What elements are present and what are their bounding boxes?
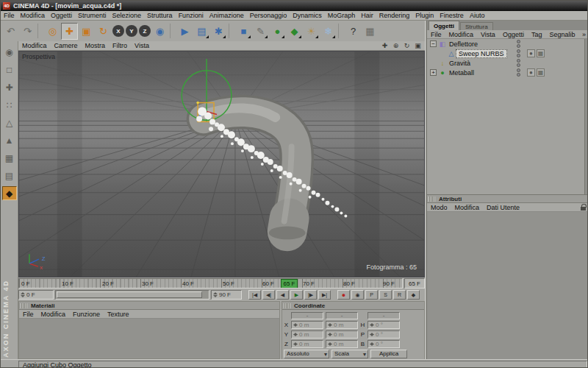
help-icon[interactable]: ? [345, 23, 362, 40]
viewport-menu-camere[interactable]: Camere [51, 42, 82, 49]
attributes-menu-dati-utente[interactable]: Dati Utente [483, 204, 523, 211]
lock-y-axis-icon[interactable]: Y [126, 25, 137, 37]
menu-struttura[interactable]: Struttura [144, 12, 176, 19]
menu-oggetti[interactable]: Oggetti [48, 12, 75, 19]
menu-mograph[interactable]: MoGraph [325, 12, 359, 19]
record-keyframe-button[interactable]: ● [337, 290, 350, 300]
position-x-field[interactable]: 0 m [291, 321, 323, 329]
editor-visibility-dot[interactable] [517, 59, 520, 63]
texture-tag-icon[interactable]: ▦ [537, 68, 545, 77]
viewport-zoom-icon[interactable]: ⊕ [391, 42, 401, 50]
texture-axis-mode-icon[interactable]: ▤ [2, 169, 17, 183]
objects-menu-file[interactable]: File [427, 31, 445, 38]
materials-list-area[interactable] [19, 319, 279, 358]
editor-visibility-dot[interactable] [517, 49, 520, 53]
attributes-menu-modo[interactable]: Modo [427, 204, 451, 211]
objects-menu-oggetti[interactable]: Oggetti [499, 31, 528, 38]
objects-menu-modifica[interactable]: Modifica [445, 31, 478, 38]
add-cube-icon[interactable]: ■ [235, 23, 252, 40]
polygons-mode-icon[interactable]: ▲ [2, 133, 17, 147]
current-frame-marker[interactable]: 65 F [281, 279, 298, 289]
selection-filter-icon[interactable]: ▦ [362, 23, 379, 40]
menu-dynamics[interactable]: Dynamics [290, 12, 325, 19]
objects-menu-segnalib[interactable]: Segnalib [545, 31, 578, 38]
autokey-button[interactable]: ◉ [351, 290, 364, 300]
object-label[interactable]: Metaball [447, 69, 476, 77]
lock-z-axis-icon[interactable]: Z [139, 25, 151, 37]
position-y-field[interactable]: 0 m [291, 330, 323, 339]
preview-range-slider[interactable] [55, 290, 209, 300]
lock-x-axis-icon[interactable]: X [112, 25, 124, 37]
size-x-field[interactable]: 0 m [326, 321, 358, 329]
move-tool-icon[interactable]: ✚ [61, 23, 78, 40]
title-bar[interactable]: 4D CINEMA 4D - [movim_acqua.c4d *] [1, 1, 588, 11]
coordinate-mode-dropdown[interactable]: Assoluto [284, 350, 329, 358]
coordinate-system-icon[interactable]: ◉ [151, 23, 168, 40]
viewport-toggle-icon[interactable]: ▣ [413, 42, 423, 50]
render-settings-icon[interactable]: ✱ [210, 23, 227, 40]
editor-visibility-dot[interactable] [517, 40, 520, 43]
menu-selezione[interactable]: Selezione [110, 12, 145, 19]
rotation-p-field[interactable]: 0 ° [368, 330, 400, 339]
next-key-button[interactable]: |▶ [304, 290, 317, 300]
viewport-menu-filtro[interactable]: Filtro [109, 42, 131, 49]
edges-mode-icon[interactable]: △ [2, 116, 17, 130]
phong-tag-icon[interactable]: ● [527, 49, 535, 57]
object-label[interactable]: Deflettore [447, 40, 480, 48]
object-label[interactable]: Gravità [447, 60, 473, 67]
viewport-canvas[interactable]: x Z [19, 52, 424, 277]
materials-menu-file[interactable]: File [19, 311, 37, 318]
phong-tag-icon[interactable]: ● [527, 68, 535, 77]
texture-tag-icon[interactable]: ▦ [537, 49, 545, 57]
goto-start-button[interactable]: |◀ [248, 290, 261, 300]
expand-toggle-icon[interactable]: + [430, 69, 437, 76]
menu-animazione[interactable]: Animazione [207, 12, 247, 19]
record-position-button[interactable]: P [365, 290, 378, 300]
menu-modifica[interactable]: Modifica [18, 12, 49, 19]
add-particle-icon[interactable]: ❄ [320, 23, 337, 40]
panel-overflow-icon[interactable]: » [582, 31, 586, 38]
add-nurbs-icon[interactable]: ● [269, 23, 286, 40]
tree-row-deflettore[interactable]: − ◧ Deflettore [427, 39, 588, 49]
rotation-h-field[interactable]: 0 ° [368, 321, 400, 329]
previous-key-button[interactable]: ◀| [262, 290, 275, 300]
position-z-field[interactable]: 0 m [291, 340, 323, 348]
menu-rendering[interactable]: Rendering [376, 12, 413, 19]
viewport-menu-mostra[interactable]: Mostra [82, 42, 110, 49]
live-selection-icon[interactable]: ◎ [44, 23, 61, 40]
position-column-dropdown[interactable]: - [291, 312, 323, 319]
timeline-ruler[interactable]: 0 F 10 F 20 F 30 F 40 F 50 F 60 F 70 F 8… [18, 278, 403, 289]
menu-aiuto[interactable]: Aiuto [467, 12, 488, 19]
menu-hair[interactable]: Hair [358, 12, 376, 19]
texture-mode-icon[interactable]: ▦ [2, 151, 17, 165]
add-modifier-icon[interactable]: ◆ [286, 23, 303, 40]
viewport-menu-vista[interactable]: Vista [131, 42, 153, 49]
object-label-selected[interactable]: Sweep NURBS [456, 49, 507, 58]
play-button[interactable]: ▶ [290, 290, 303, 300]
undo-icon[interactable]: ↶ [2, 23, 19, 40]
size-column-dropdown[interactable]: - [326, 312, 358, 319]
record-parameter-button[interactable]: ◆ [407, 290, 420, 300]
render-visibility-dot[interactable] [517, 63, 520, 67]
tree-row-gravita[interactable]: ↓ Gravità [427, 58, 588, 68]
lock-icon[interactable] [581, 207, 586, 210]
scale-tool-icon[interactable]: ▣ [78, 23, 95, 40]
coordinates-panel-header[interactable]: Coordinate [282, 302, 424, 310]
render-visibility-dot[interactable] [517, 73, 520, 77]
tab-struttura[interactable]: Struttura [460, 22, 493, 30]
add-scene-object-icon[interactable]: ☀ [303, 23, 320, 40]
object-axis-mode-icon[interactable]: ✚ [2, 80, 17, 94]
object-tree-scrollbar[interactable] [584, 39, 588, 194]
menu-funzioni[interactable]: Funzioni [176, 12, 207, 19]
materials-menu-modifica[interactable]: Modifica [37, 311, 70, 318]
tree-row-metaball[interactable]: + ● Metaball ● ▦ [427, 68, 588, 77]
points-mode-icon[interactable]: ∷ [2, 98, 17, 112]
materials-menu-funzione[interactable]: Funzione [69, 311, 104, 318]
viewport-pan-icon[interactable]: ✚ [380, 42, 390, 50]
snap-settings-icon[interactable]: ◆ [2, 186, 17, 200]
collapse-toggle-icon[interactable]: − [430, 40, 437, 47]
editor-visibility-dot[interactable] [517, 68, 520, 72]
redo-icon[interactable]: ↷ [19, 23, 36, 40]
materials-panel-header[interactable]: Materiali [19, 302, 279, 310]
render-picture-viewer-icon[interactable]: ▤ [193, 23, 210, 40]
